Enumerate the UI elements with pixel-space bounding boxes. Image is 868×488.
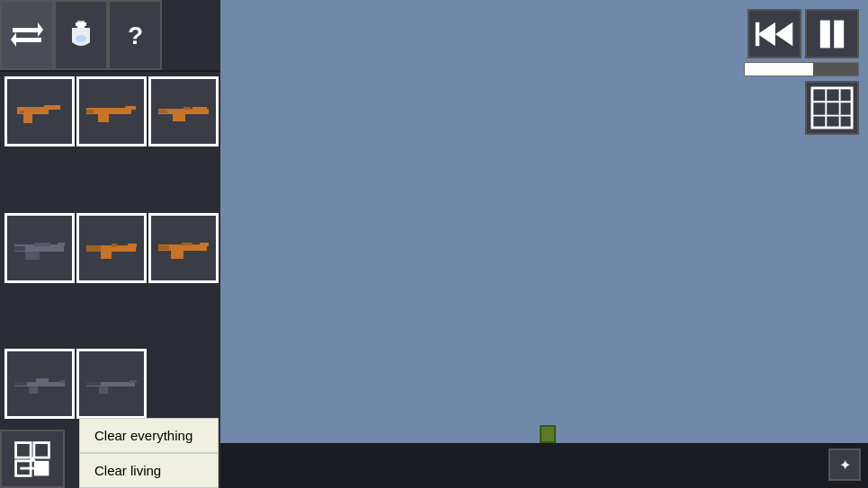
swap-button[interactable] xyxy=(0,0,54,70)
weapon-cell-assaultrifle[interactable] xyxy=(148,213,219,283)
svg-point-6 xyxy=(76,35,86,42)
svg-marker-3 xyxy=(11,32,16,47)
svg-marker-48 xyxy=(758,22,775,45)
svg-rect-0 xyxy=(13,28,38,32)
svg-rect-23 xyxy=(58,243,65,246)
potion-button[interactable] xyxy=(54,0,108,70)
weapon-cell-smg[interactable] xyxy=(76,76,147,146)
rewind-button[interactable] xyxy=(747,9,801,58)
svg-rect-15 xyxy=(98,114,109,122)
weapon-cell-rifle2[interactable] xyxy=(76,349,147,419)
exit-button[interactable] xyxy=(0,430,65,488)
svg-rect-34 xyxy=(171,251,183,259)
svg-rect-51 xyxy=(834,20,844,48)
svg-rect-24 xyxy=(25,252,40,260)
ground xyxy=(220,443,868,488)
bottom-right-icon-symbol: ✦ xyxy=(839,457,851,474)
svg-rect-49 xyxy=(756,22,759,45)
bottom-right-icon-button[interactable]: ✦ xyxy=(828,448,861,481)
svg-rect-21 xyxy=(183,107,191,110)
clear-everything-button[interactable]: Clear everything xyxy=(79,418,219,453)
progress-bar-fill xyxy=(745,63,813,75)
svg-rect-20 xyxy=(158,110,167,113)
svg-rect-44 xyxy=(99,386,108,394)
weapon-cell-rifle[interactable] xyxy=(148,76,219,146)
weapon-cell-sniper[interactable] xyxy=(4,349,75,419)
svg-rect-25 xyxy=(14,246,25,251)
svg-rect-2 xyxy=(16,38,41,42)
svg-rect-28 xyxy=(128,244,137,247)
weapon-cell-pistol[interactable] xyxy=(4,76,75,146)
svg-rect-50 xyxy=(820,20,830,48)
svg-rect-40 xyxy=(36,378,49,383)
svg-rect-18 xyxy=(192,107,207,111)
progress-bar[interactable] xyxy=(744,62,859,76)
svg-rect-12 xyxy=(20,111,24,113)
sidebar: ? xyxy=(0,0,220,488)
weapon-cell-shotgun[interactable] xyxy=(76,213,147,283)
svg-rect-38 xyxy=(59,380,65,383)
context-menu: Clear everything Clear living xyxy=(79,418,300,488)
top-toolbar: ? xyxy=(0,0,220,72)
svg-rect-19 xyxy=(173,114,185,121)
svg-rect-29 xyxy=(86,245,101,252)
svg-rect-33 xyxy=(200,243,209,246)
svg-rect-41 xyxy=(14,382,27,386)
help-button[interactable]: ? xyxy=(108,0,162,70)
grid-toggle-button[interactable] xyxy=(805,81,859,135)
svg-rect-30 xyxy=(101,252,112,259)
svg-rect-36 xyxy=(182,243,192,245)
svg-rect-43 xyxy=(130,380,137,383)
top-right-controls xyxy=(744,9,859,76)
svg-marker-47 xyxy=(775,22,792,45)
svg-rect-5 xyxy=(76,22,86,26)
playback-buttons xyxy=(747,9,859,58)
svg-marker-1 xyxy=(38,22,43,37)
weapon-cell-machinegun[interactable] xyxy=(4,213,75,283)
svg-rect-45 xyxy=(86,382,101,386)
svg-rect-57 xyxy=(16,442,31,457)
svg-rect-31 xyxy=(112,244,117,247)
svg-rect-11 xyxy=(23,114,32,123)
svg-rect-58 xyxy=(34,442,49,457)
svg-rect-39 xyxy=(29,386,38,394)
svg-rect-16 xyxy=(86,110,94,113)
svg-rect-10 xyxy=(44,105,60,110)
svg-rect-52 xyxy=(812,88,852,128)
svg-text:?: ? xyxy=(128,22,143,49)
svg-rect-35 xyxy=(158,245,169,250)
clear-living-button[interactable]: Clear living xyxy=(79,453,219,488)
player-entity xyxy=(540,425,556,443)
pause-button[interactable] xyxy=(805,9,859,58)
svg-rect-26 xyxy=(34,243,50,246)
svg-rect-7 xyxy=(77,21,85,22)
svg-rect-14 xyxy=(125,106,136,110)
